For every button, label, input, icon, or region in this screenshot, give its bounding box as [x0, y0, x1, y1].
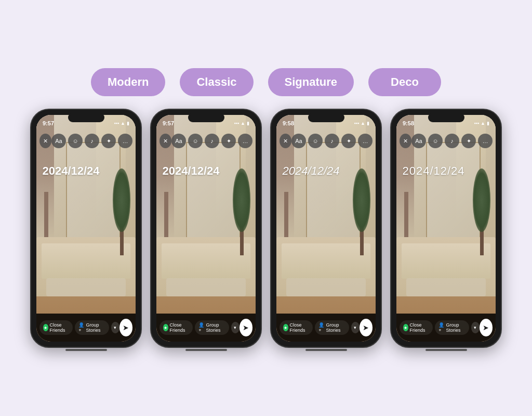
- room-plant-signature: [353, 176, 370, 256]
- signal-icon-modern: ▪▪▪: [114, 121, 119, 126]
- badge-modern[interactable]: Modern: [91, 68, 165, 96]
- toolbar-right-signature: Aa ☺ ♪ ✦ …: [291, 134, 373, 148]
- phone-classic: 9:57 ▪▪▪ ▲ ▮ ✕ Aa ☺: [150, 109, 262, 348]
- wifi-icon-signature: ▲: [361, 121, 365, 126]
- main-container: Modern Classic Signature Deco: [20, 58, 512, 358]
- close-friends-btn-signature[interactable]: ★ Close Friends: [280, 320, 313, 335]
- bottom-left-signature: ★ Close Friends 👤+ Group Stories ▾: [280, 320, 360, 335]
- close-friends-label-deco: Close Friends: [410, 322, 430, 333]
- status-time-deco: 9:58: [403, 120, 414, 126]
- date-overlay-classic: 2024/12/24: [162, 165, 219, 177]
- close-icon-signature: ✕: [283, 138, 288, 145]
- badge-classic[interactable]: Classic: [180, 68, 253, 96]
- phone-frame-deco: 9:58 ▪▪▪ ▲ ▮ ✕ Aa ☺: [390, 109, 502, 348]
- group-stories-btn-deco[interactable]: 👤+ Group Stories: [435, 320, 469, 335]
- close-friends-label-classic: Close Friends: [170, 322, 190, 333]
- wifi-icon-deco: ▲: [481, 121, 485, 126]
- text-btn-modern[interactable]: Aa: [51, 134, 66, 148]
- signal-icon-signature: ▪▪▪: [354, 121, 360, 126]
- text-btn-deco[interactable]: Aa: [411, 134, 426, 148]
- phone-frame-modern: 9:57 ▪▪▪ ▲ ▮ ✕ Aa: [30, 109, 142, 348]
- sticker-btn-classic[interactable]: ☺: [188, 134, 203, 148]
- phone-frame-signature: 9:58 ▪▪▪ ▲ ▮ ✕ Aa ☺: [270, 109, 382, 348]
- more-btn-classic[interactable]: …: [238, 134, 252, 148]
- group-stories-btn-modern[interactable]: 👤+ Group Stories: [75, 320, 109, 335]
- close-icon-modern: ✕: [43, 138, 48, 145]
- badge-deco[interactable]: Deco: [368, 68, 441, 96]
- music-btn-modern[interactable]: ♪: [85, 134, 99, 148]
- close-friends-label-signature: Close Friends: [290, 322, 310, 333]
- close-btn-deco[interactable]: ✕: [400, 134, 411, 148]
- signal-icon-classic: ▪▪▪: [234, 121, 240, 126]
- group-stories-label-modern: Group Stories: [86, 322, 105, 333]
- battery-icon-signature: ▮: [367, 121, 369, 126]
- date-overlay-signature: 2024/12/24: [282, 165, 339, 177]
- toolbar-deco: ✕ Aa ☺ ♪ ✦ …: [396, 132, 496, 150]
- move-btn-classic[interactable]: ✦: [221, 134, 236, 148]
- send-icon-modern: ➤: [123, 323, 129, 332]
- move-btn-modern[interactable]: ✦: [101, 134, 116, 148]
- toolbar-right-deco: Aa ☺ ♪ ✦ …: [411, 134, 493, 148]
- group-icon-classic: 👤+: [198, 322, 204, 333]
- music-btn-deco[interactable]: ♪: [445, 134, 459, 148]
- send-btn-deco[interactable]: ➤: [480, 319, 493, 336]
- battery-icon-modern: ▮: [127, 121, 129, 126]
- room-plant-classic: [233, 176, 250, 256]
- move-btn-signature[interactable]: ✦: [341, 134, 356, 148]
- badge-signature[interactable]: Signature: [268, 68, 354, 96]
- status-time-signature: 9:58: [283, 120, 294, 126]
- close-icon-classic: ✕: [163, 138, 168, 145]
- music-btn-signature[interactable]: ♪: [325, 134, 339, 148]
- more-btn-modern[interactable]: …: [118, 134, 132, 148]
- bottom-bar-signature: ★ Close Friends 👤+ Group Stories ▾: [276, 314, 376, 342]
- close-friends-btn-deco[interactable]: ★ Close Friends: [400, 320, 433, 335]
- group-stories-btn-classic[interactable]: 👤+ Group Stories: [195, 320, 229, 335]
- room-plant-deco: [473, 176, 490, 256]
- chevron-btn-deco[interactable]: ▾: [471, 322, 479, 333]
- date-text-signature: 2024/12/24: [282, 165, 339, 177]
- chevron-btn-modern[interactable]: ▾: [111, 322, 119, 333]
- sticker-btn-modern[interactable]: ☺: [68, 134, 83, 148]
- move-btn-deco[interactable]: ✦: [461, 134, 476, 148]
- phones-row: 9:57 ▪▪▪ ▲ ▮ ✕ Aa: [30, 109, 502, 348]
- bottom-bar-modern: ★ Close Friends 👤+ Group Stories ▾: [36, 314, 136, 342]
- bottom-bar-classic: ★ Close Friends 👤+ Group Stories ▾: [156, 314, 256, 342]
- send-btn-modern[interactable]: ➤: [119, 319, 132, 336]
- cf-dot-classic: ★: [163, 324, 168, 331]
- more-btn-deco[interactable]: …: [478, 134, 493, 148]
- close-btn-modern[interactable]: ✕: [39, 134, 51, 148]
- status-icons-classic: ▪▪▪ ▲ ▮: [234, 121, 250, 126]
- toolbar-classic: ✕ Aa ☺ ♪ ✦ …: [156, 132, 256, 150]
- signal-icon-deco: ▪▪▪: [474, 121, 480, 126]
- group-icon-modern: 👤+: [78, 322, 84, 333]
- close-friends-btn-modern[interactable]: ★ Close Friends: [39, 320, 73, 335]
- dynamic-island-classic: [188, 113, 224, 122]
- dynamic-island-signature: [308, 113, 344, 122]
- room-rug-deco: [406, 278, 486, 296]
- sticker-btn-signature[interactable]: ☺: [308, 134, 323, 148]
- sticker-btn-deco[interactable]: ☺: [428, 134, 443, 148]
- chevron-btn-signature[interactable]: ▾: [351, 322, 359, 333]
- more-btn-signature[interactable]: …: [358, 134, 373, 148]
- music-btn-classic[interactable]: ♪: [205, 134, 219, 148]
- battery-icon-deco: ▮: [487, 121, 489, 126]
- group-icon-deco: 👤+: [438, 322, 444, 333]
- home-indicator-deco: [425, 349, 467, 351]
- close-friends-btn-classic[interactable]: ★ Close Friends: [159, 320, 193, 335]
- send-btn-classic[interactable]: ➤: [240, 319, 252, 336]
- close-btn-signature[interactable]: ✕: [280, 134, 291, 148]
- text-btn-classic[interactable]: Aa: [171, 134, 186, 148]
- group-stories-btn-signature[interactable]: 👤+ Group Stories: [315, 320, 349, 335]
- send-btn-signature[interactable]: ➤: [360, 319, 373, 336]
- room-rug-signature: [286, 278, 366, 296]
- room-rug-modern: [46, 278, 126, 296]
- chevron-icon-deco: ▾: [474, 325, 476, 330]
- close-btn-classic[interactable]: ✕: [159, 134, 171, 148]
- bottom-bar-deco: ★ Close Friends 👤+ Group Stories ▾: [396, 314, 496, 342]
- date-text-modern: 2024/12/24: [42, 165, 99, 177]
- chevron-btn-classic[interactable]: ▾: [231, 322, 239, 333]
- toolbar-right-classic: Aa ☺ ♪ ✦ …: [171, 134, 252, 148]
- send-icon-signature: ➤: [363, 323, 369, 332]
- phone-screen-signature: 9:58 ▪▪▪ ▲ ▮ ✕ Aa ☺: [276, 115, 376, 342]
- text-btn-signature[interactable]: Aa: [291, 134, 306, 148]
